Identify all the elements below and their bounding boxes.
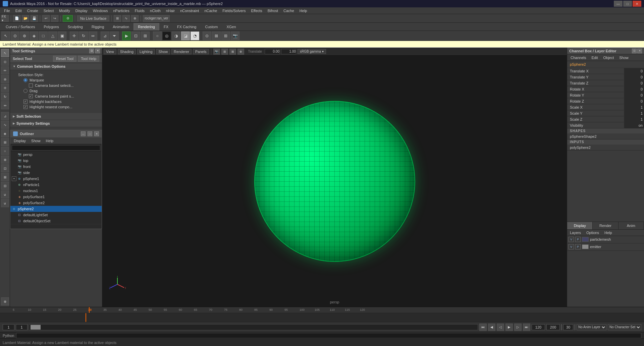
common-selection-header[interactable]: ▼ Common Selection Options <box>10 63 102 70</box>
vp-ortho-btn[interactable]: ⊠ <box>229 49 236 55</box>
vp-zoom-btn[interactable]: ⊞ <box>221 49 228 55</box>
soft-selection-header[interactable]: ▶ Soft Selection <box>10 113 102 120</box>
edge-btn[interactable]: △ <box>48 32 57 40</box>
step-forward-btn[interactable]: ▷ <box>514 324 522 331</box>
vp-camera-btn[interactable]: 📷 <box>213 49 220 55</box>
snap-grid-btn[interactable]: ⊞ <box>114 15 121 22</box>
menu-select[interactable]: Select <box>41 7 57 14</box>
layer-particlemesh[interactable]: V P particlemesh <box>567 236 644 243</box>
tab-render[interactable]: Render <box>593 222 618 229</box>
cb-edit-menu[interactable]: Edit <box>589 55 600 61</box>
layer-vis-emitter[interactable]: V <box>569 244 574 249</box>
menu-fields[interactable]: Fields/Solvers <box>220 7 248 14</box>
cb-show-menu[interactable]: Show <box>617 55 631 61</box>
tree-item-polysurface1[interactable]: ◈ polySurface1 <box>10 194 102 200</box>
render-btn[interactable]: ▶ <box>122 32 131 40</box>
scale-btn[interactable]: ⇔ <box>89 32 97 40</box>
layer-emitter[interactable]: V P emitter <box>567 243 644 251</box>
tool-help-btn[interactable]: Tool Help <box>78 56 99 62</box>
tab-animation[interactable]: Animation <box>108 23 133 31</box>
drag-radio[interactable] <box>23 89 28 93</box>
tree-item-persp[interactable]: 📷 persp <box>10 152 102 158</box>
save-scene-btn[interactable]: 💾 <box>31 15 38 22</box>
menu-ncloth[interactable]: nCloth <box>147 7 163 14</box>
menu-bifrost[interactable]: Bifrost <box>265 7 281 14</box>
tab-rendering[interactable]: Rendering <box>133 23 159 31</box>
light-shade-btn[interactable]: ◔ <box>191 32 199 40</box>
highlight-backfaces-check[interactable]: ✓ <box>23 100 28 104</box>
redo-btn[interactable]: ↪ <box>51 15 58 22</box>
step-back-btn[interactable]: ◀ <box>488 324 495 331</box>
username-btn[interactable]: rockger:ran_ver <box>143 15 170 22</box>
fps-input[interactable] <box>563 324 573 330</box>
select-mode-btn[interactable]: ↖ <box>1 32 10 40</box>
timeline-bar[interactable] <box>0 313 644 322</box>
viewport-canvas[interactable]: X Y Z persp <box>102 56 567 307</box>
menu-edit[interactable]: Edit <box>13 7 24 14</box>
tab-polygons[interactable]: Polygons <box>39 23 63 31</box>
symmetry-header[interactable]: ▶ Symmetry Settings <box>10 120 102 127</box>
vp-panels-menu[interactable]: Panels <box>193 49 209 54</box>
menu-cache[interactable]: Cache <box>281 7 297 14</box>
tree-item-psphere1[interactable]: + ⊕ pSphere1 <box>10 176 102 182</box>
vertex-btn[interactable]: □ <box>39 32 48 40</box>
outliner-show-menu[interactable]: Show <box>29 138 43 144</box>
history-btn[interactable]: ⏷ <box>110 32 119 40</box>
vp-show-menu[interactable]: Show <box>156 49 170 54</box>
options-menu[interactable]: Options <box>584 230 602 236</box>
render-region-btn[interactable]: ⊞ <box>141 32 150 40</box>
snap-point-btn[interactable]: ⊕ <box>131 15 139 22</box>
play-back-btn[interactable]: ◁ <box>497 324 504 331</box>
component-btn[interactable]: ◈ <box>30 32 38 40</box>
menu-ncache[interactable]: nCache <box>202 7 220 14</box>
move-btn[interactable]: ✛ <box>70 32 78 40</box>
cb-float-btn[interactable]: ⊡ <box>632 49 637 53</box>
tree-item-front[interactable]: 📷 front <box>10 164 102 170</box>
end-frame-input[interactable] <box>532 324 545 330</box>
soft-sel-btn[interactable]: ⊿ <box>101 32 109 40</box>
move-tool-btn[interactable]: ✛ <box>1 84 9 92</box>
highlight-nearest-check[interactable]: ✓ <box>23 105 28 109</box>
snap-btn[interactable]: ⊗ <box>1 297 9 305</box>
vp-shading-menu[interactable]: Shading <box>118 49 136 54</box>
dynamic-btn[interactable]: ⊎ <box>1 199 9 207</box>
menu-effects[interactable]: Effects <box>248 7 265 14</box>
current-frame-input[interactable] <box>16 324 28 330</box>
character-set-select[interactable]: No Character Set <box>608 324 641 330</box>
outliner-header[interactable]: Outliner — □ ✕ <box>10 130 102 137</box>
tab-fx[interactable]: FX <box>159 23 173 31</box>
texture-btn[interactable]: ◪ <box>181 32 190 40</box>
layer-vis-particlemesh[interactable]: V <box>569 237 574 242</box>
tree-item-nucleus1[interactable]: ○ nucleus1 <box>10 188 102 194</box>
tree-item-defaultlightset[interactable]: ⊡ defaultLightSet <box>10 212 102 218</box>
layer-p-emitter[interactable]: P <box>575 244 581 249</box>
vp-view-menu[interactable]: View <box>104 49 116 54</box>
tab-sculpting[interactable]: Sculpting <box>63 23 87 31</box>
rotate-tool-btn[interactable]: ↻ <box>1 93 9 101</box>
outliner-close-btn[interactable]: ✕ <box>94 131 99 136</box>
sculpt-btn[interactable]: ⊿ <box>1 112 9 120</box>
menu-nconstraint[interactable]: nConstraint <box>177 7 202 14</box>
menu-fluids[interactable]: Fluids <box>132 7 147 14</box>
paint-select-btn[interactable]: ⊛ <box>20 32 29 40</box>
vp-lighting-menu[interactable]: Lighting <box>137 49 155 54</box>
go-to-start-btn[interactable]: ⏮ <box>479 324 487 331</box>
vp-snap-btn[interactable]: ⊕ <box>237 49 244 55</box>
tab-display[interactable]: Display <box>567 222 593 229</box>
vp-renderer-menu[interactable]: Renderer <box>171 49 192 54</box>
snap-curve-btn[interactable]: ∿ <box>122 15 130 22</box>
outliner-scrollbar[interactable] <box>10 224 102 229</box>
outline-btn[interactable]: ⊠ <box>212 32 221 40</box>
poly-btn[interactable]: ◈ <box>1 129 9 137</box>
layer-p-particlemesh[interactable]: P <box>575 237 581 242</box>
no-live-surface-btn[interactable]: No Live Surface <box>77 15 109 21</box>
minimize-button[interactable]: — <box>614 1 623 7</box>
lasso-tool-btn[interactable]: ⊛ <box>1 75 9 83</box>
xray-btn[interactable]: ⊙ <box>203 32 211 40</box>
go-to-end-btn[interactable]: ⏭ <box>523 324 530 331</box>
tree-item-top[interactable]: 📷 top <box>10 158 102 164</box>
camera-based-2-check[interactable]: ✓ <box>29 94 33 98</box>
tab-curves-surfaces[interactable]: Curves / Surfaces <box>1 23 39 31</box>
paint-weights-btn[interactable]: ⊌ <box>1 190 9 198</box>
close-button[interactable]: ✕ <box>633 1 641 7</box>
